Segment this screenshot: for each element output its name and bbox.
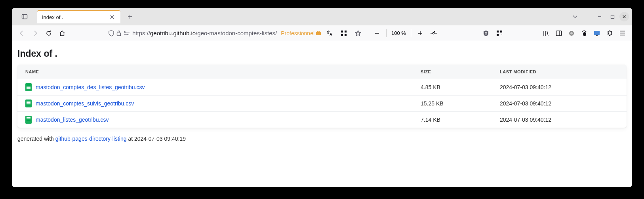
reload-icon — [46, 30, 52, 36]
translate-button[interactable] — [324, 27, 335, 39]
window-close-button[interactable] — [619, 12, 629, 21]
table-row: mastodon_comptes_des_listes_geotribu.csv… — [17, 79, 627, 95]
plus-icon — [128, 14, 132, 19]
svg-rect-27 — [486, 33, 487, 34]
home-button[interactable] — [56, 27, 68, 39]
file-icon — [25, 83, 32, 91]
zoom-out-button[interactable] — [371, 27, 383, 39]
svg-rect-16 — [318, 31, 320, 33]
svg-rect-0 — [22, 15, 27, 19]
translate-icon — [326, 30, 333, 36]
svg-point-38 — [570, 32, 573, 34]
maximize-icon — [610, 15, 615, 19]
svg-rect-29 — [500, 31, 502, 33]
new-tab-button[interactable] — [124, 11, 135, 22]
extension-2-button[interactable] — [566, 27, 577, 39]
column-header-size: Size — [421, 69, 500, 74]
window-maximize-button[interactable] — [607, 11, 618, 22]
nav-back-button[interactable] — [16, 27, 28, 39]
svg-point-13 — [128, 34, 129, 35]
file-link[interactable]: mastodon_comptes_des_listes_geotribu.csv — [36, 84, 145, 90]
svg-line-34 — [547, 31, 548, 36]
zoom-controls: 100 % — [371, 27, 426, 39]
bookmark-button[interactable] — [352, 27, 364, 39]
svg-rect-44 — [594, 31, 600, 35]
close-icon — [110, 15, 114, 19]
sidebar-icon — [21, 13, 28, 20]
svg-rect-19 — [341, 34, 343, 36]
file-listing: Name Size Last Modified mastodon_comptes… — [17, 65, 627, 128]
url-bar[interactable]: https://geotribu.github.io/geo-mastodon-… — [105, 27, 367, 40]
url-text: https://geotribu.github.io/geo-mastodon-… — [132, 30, 277, 36]
shield-icon — [109, 30, 114, 36]
file-modified: 2024-07-03 09:40:12 — [500, 100, 619, 107]
reader-mode-button[interactable] — [338, 27, 350, 39]
display-button[interactable] — [591, 27, 603, 39]
app-menu-button[interactable] — [616, 27, 628, 39]
file-modified: 2024-07-03 09:40:12 — [500, 84, 619, 90]
svg-rect-7 — [611, 15, 614, 18]
footer-text: generated with github-pages-directory-li… — [17, 136, 627, 142]
file-link[interactable]: mastodon_comptes_suivis_geotribu.csv — [36, 100, 134, 107]
svg-point-11 — [124, 31, 126, 33]
library-icon — [543, 30, 549, 36]
url-scheme: https:// — [132, 30, 150, 36]
gnome-button[interactable] — [578, 27, 590, 39]
home-icon — [59, 30, 65, 36]
extension-button[interactable]: + — [493, 27, 505, 39]
foot-icon — [581, 30, 587, 36]
nav-forward-button[interactable] — [29, 27, 41, 39]
library-button[interactable] — [540, 27, 552, 39]
briefcase-icon — [316, 31, 321, 36]
close-icon — [622, 15, 626, 19]
globe-icon — [568, 30, 575, 36]
url-path: /geo-mastodon-comptes-listes/ — [196, 30, 277, 36]
footer-link[interactable]: github-pages-directory-listing — [55, 136, 127, 142]
svg-point-39 — [583, 32, 586, 36]
browser-window: Index of . — [12, 8, 632, 187]
file-size: 4.85 KB — [421, 84, 500, 90]
tab-bar: Index of . — [12, 8, 632, 25]
file-icon — [25, 100, 32, 107]
tabs-dropdown-button[interactable] — [570, 11, 581, 22]
svg-point-40 — [582, 31, 583, 31]
tab-close-button[interactable] — [109, 13, 116, 21]
svg-point-42 — [584, 30, 585, 31]
permissions-icon — [124, 31, 130, 36]
table-row: mastodon_comptes_suivis_geotribu.csv 15.… — [17, 95, 627, 111]
column-header-name: Name — [25, 69, 421, 74]
svg-rect-17 — [341, 31, 343, 33]
svg-rect-20 — [345, 34, 347, 36]
svg-rect-18 — [345, 31, 347, 33]
extensions-menu-button[interactable] — [604, 27, 615, 39]
svg-rect-28 — [497, 31, 499, 33]
page-content: Index of . Name Size Last Modified masto… — [12, 41, 632, 187]
svg-rect-30 — [497, 34, 499, 36]
sidebar-toggle-button[interactable] — [18, 10, 31, 23]
ublock-button[interactable] — [480, 27, 492, 39]
listing-header: Name Size Last Modified — [17, 65, 627, 79]
tab-active[interactable]: Index of . — [37, 10, 120, 23]
lock-icon — [116, 31, 121, 36]
customize-icon — [430, 31, 437, 36]
window-minimize-button[interactable] — [594, 11, 605, 22]
toolbar: https://geotribu.github.io/geo-mastodon-… — [12, 25, 632, 41]
qr-icon — [341, 31, 347, 36]
chevron-down-icon — [573, 15, 577, 18]
minimize-icon — [597, 14, 602, 19]
sidebar-button[interactable] — [553, 27, 565, 39]
arrow-right-icon — [32, 30, 38, 36]
column-header-modified: Last Modified — [500, 69, 619, 74]
display-icon — [594, 31, 600, 36]
customize-button[interactable] — [428, 27, 440, 39]
grid-icon: + — [497, 31, 502, 36]
svg-point-41 — [583, 31, 584, 31]
zoom-in-button[interactable] — [414, 27, 426, 39]
panel-icon — [556, 30, 562, 36]
window-controls — [570, 11, 629, 22]
file-link[interactable]: mastodon_listes_geotribu.csv — [36, 117, 109, 123]
svg-text:+: + — [501, 33, 502, 36]
reload-button[interactable] — [43, 27, 55, 39]
ublock-icon — [483, 30, 489, 36]
table-row: mastodon_listes_geotribu.csv 7.14 KB 202… — [17, 111, 627, 128]
